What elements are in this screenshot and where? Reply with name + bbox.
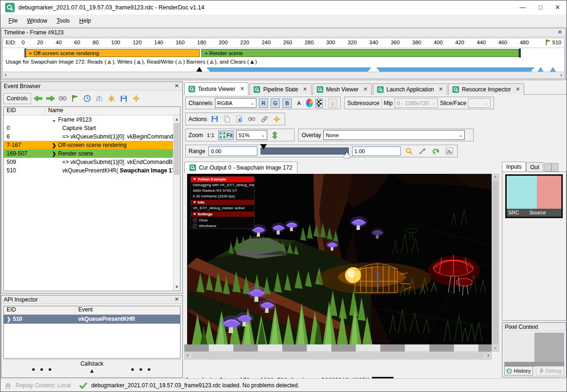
close-icon[interactable]: ✕ <box>439 86 443 92</box>
zoom-1to1-button[interactable]: 1:1 <box>205 131 216 140</box>
overlay-select[interactable]: None⌄ <box>323 130 465 140</box>
maximize-button[interactable]: □ <box>533 0 549 15</box>
color-wheel-icon[interactable] <box>306 98 313 107</box>
tab-scroll-buttons[interactable] <box>544 163 559 172</box>
chevron-right-icon[interactable]: ❯ <box>52 151 56 156</box>
table-row-end-cmdbuffer[interactable]: 509 => vkQueueSubmit(1)[0]: vkEndCommand… <box>4 158 180 166</box>
input-texture-thumbnail[interactable]: SRC Source <box>505 174 563 218</box>
texture-display[interactable]: ▼ Vulkan Example Debugging with VK_EXT_d… <box>187 174 492 344</box>
chevron-right-icon[interactable]: ❯ <box>7 316 11 322</box>
add-bookmark-star-icon[interactable] <box>131 93 141 104</box>
histogram-icon[interactable] <box>444 146 454 156</box>
prev-event-icon[interactable] <box>33 93 43 104</box>
chevron-down-icon[interactable]: ⌄ <box>52 117 56 122</box>
table-row-render-marker[interactable]: 169-507 ❯Render scene <box>4 149 180 158</box>
scroll-up-icon[interactable]: ▲ <box>173 117 180 122</box>
timeline-scrollbar[interactable]: ‹ › <box>3 72 564 78</box>
viewport-hscrollbar[interactable]: ‹ › <box>184 351 492 359</box>
table-row-begin-cmdbuffer[interactable]: 6 => vkQueueSubmit(1)[0]: vkBeginCommand… <box>4 132 180 141</box>
close-icon[interactable]: ✕ <box>240 86 244 92</box>
viewport-vscrollbar[interactable]: ˄ ˅ <box>492 174 499 351</box>
flip-y-icon[interactable] <box>270 130 280 140</box>
timeline-scale[interactable]: EID: 02040608010012014016018020022024026… <box>3 38 564 48</box>
scrollbar-thumb[interactable] <box>493 181 498 344</box>
chevron-right-icon[interactable]: ❯ <box>52 142 56 148</box>
save-icon[interactable] <box>119 93 129 104</box>
timing-clock-icon[interactable] <box>82 93 92 104</box>
scroll-right-icon[interactable]: › <box>560 72 562 78</box>
close-icon[interactable]: ✕ <box>173 82 181 90</box>
close-icon[interactable]: ✕ <box>516 86 520 92</box>
close-button[interactable]: ✕ <box>550 0 566 15</box>
scroll-left-icon[interactable]: ‹ <box>187 352 189 359</box>
gamma-button[interactable]: γ <box>328 98 337 108</box>
tab-texture-viewer[interactable]: Texture Viewer✕ <box>184 82 248 95</box>
minimize-button[interactable]: — <box>515 0 531 15</box>
link-icon[interactable] <box>259 114 269 124</box>
mip-select[interactable]: 0 - 1280x720⌄ <box>394 98 438 108</box>
debug-button[interactable]: Debug <box>536 366 565 376</box>
scroll-left-icon[interactable]: ‹ <box>5 72 7 78</box>
menu-item[interactable]: File <box>4 16 22 25</box>
event-browser-scrollbar[interactable]: ▲ ▼ <box>173 115 180 291</box>
custom-shader-star-icon[interactable] <box>272 114 282 124</box>
column-eid[interactable]: EID <box>4 107 45 115</box>
replay-context-label[interactable]: Replay Context: Local <box>16 382 71 389</box>
column-name[interactable]: Name <box>45 107 180 115</box>
scroll-right-icon[interactable]: › <box>487 352 489 359</box>
timeline-bar-offscreen[interactable]: + Off-screen scene rendering <box>25 49 200 57</box>
tab-pipeline-state[interactable]: Pipeline State✕ <box>249 83 311 95</box>
timeline-bar-render[interactable]: + Render scene <box>201 49 519 57</box>
copy-icon[interactable] <box>222 114 232 124</box>
slice-face-select[interactable]: ⌄ <box>468 98 491 108</box>
autofit-magnifier-icon[interactable] <box>404 146 414 156</box>
jump-to-eid-flag-icon[interactable] <box>70 93 80 104</box>
range-white-marker[interactable] <box>343 152 351 158</box>
channels-select[interactable]: RGBA⌄ <box>215 98 257 108</box>
table-row-present[interactable]: 510 vkQueuePresentKHR( Swapchain Image 1… <box>4 166 180 175</box>
tab-inputs[interactable]: Inputs <box>502 162 526 172</box>
next-event-icon[interactable] <box>45 93 56 104</box>
zoom-select[interactable]: 51%⌄ <box>236 130 267 140</box>
scroll-up-icon[interactable]: ˄ <box>492 175 499 180</box>
find-event-icon[interactable] <box>58 93 68 104</box>
column-eid[interactable]: EID <box>4 306 75 314</box>
table-row-capture-start[interactable]: 0 Capture Start <box>4 124 180 132</box>
column-event[interactable]: Event <box>75 306 180 314</box>
scroll-down-icon[interactable]: ˅ <box>492 346 499 351</box>
bookmark-asterisk-icon[interactable] <box>107 93 117 104</box>
table-row-frame[interactable]: ⌄Frame #9123 <box>4 115 180 124</box>
expand-triangle-icon[interactable]: ▲ <box>3 368 181 374</box>
scroll-down-icon[interactable]: ▼ <box>173 285 180 289</box>
api-row-present[interactable]: ❯510 vkQueuePresentKHR <box>4 315 180 324</box>
tab-launch-application[interactable]: Launch Application✕ <box>373 83 447 95</box>
callstack-footer[interactable]: Callstack ● ● ● ▲ ● ● ● <box>3 359 181 376</box>
current-output-tab[interactable]: Cur Output 0 - Swapchain Image 172 <box>184 162 297 173</box>
close-icon[interactable]: ✕ <box>556 28 564 37</box>
range-black-marker[interactable] <box>260 144 267 149</box>
channel-red-button[interactable]: R <box>259 98 268 108</box>
channel-green-button[interactable]: G <box>271 98 280 108</box>
menu-item[interactable]: Tools <box>52 16 74 25</box>
channel-blue-button[interactable]: B <box>282 98 292 108</box>
menu-item[interactable]: Help <box>75 16 95 25</box>
goto-location-icon[interactable] <box>247 114 257 124</box>
history-button[interactable]: History <box>504 366 533 376</box>
save-texture-icon[interactable] <box>209 114 219 124</box>
tab-resource-inspector[interactable]: Resource Inspector✕ <box>448 83 524 95</box>
reset-range-undo-icon[interactable] <box>431 146 441 156</box>
checkerboard-background-button[interactable] <box>315 98 323 108</box>
close-icon[interactable]: ✕ <box>363 86 368 92</box>
range-min-input[interactable]: 0.00 <box>208 147 257 156</box>
menu-item[interactable]: Window <box>23 16 51 25</box>
picker-pen-icon[interactable] <box>418 146 427 156</box>
pixel-context-preview[interactable] <box>504 333 564 362</box>
zoom-fit-button[interactable]: Fit <box>218 131 234 140</box>
tab-outputs[interactable]: Out <box>526 162 543 172</box>
range-slider[interactable] <box>261 147 349 155</box>
close-icon[interactable]: ✕ <box>173 295 181 304</box>
channel-alpha-button[interactable]: A <box>294 98 304 108</box>
tab-mesh-viewer[interactable]: Mesh Viewer✕ <box>312 83 372 95</box>
table-row-offscreen-marker[interactable]: 7-167 ❯Off-screen scene rendering <box>4 141 180 149</box>
scrollbar-thumb[interactable] <box>174 123 180 175</box>
